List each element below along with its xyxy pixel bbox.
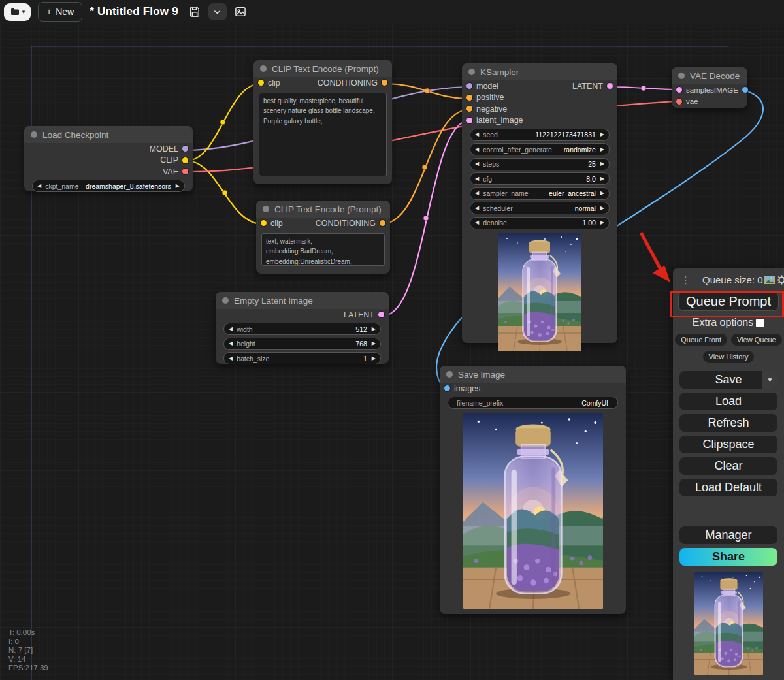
settings-gear-icon[interactable]: [777, 275, 784, 285]
view-history-button[interactable]: View History: [703, 351, 755, 363]
widget-control_after_generate[interactable]: ◀control_after_generaterandomize▶: [470, 143, 610, 155]
gallery-image-button[interactable]: [234, 5, 247, 18]
input-port-clip[interactable]: [258, 80, 264, 86]
widget-increment-arrow[interactable]: ▶: [600, 132, 604, 137]
clear-button[interactable]: Clear: [679, 457, 777, 475]
workflows-folder-button[interactable]: ▾: [4, 3, 31, 21]
widget-decrement-arrow[interactable]: ◀: [475, 147, 479, 152]
widget-width[interactable]: ◀width512▶: [223, 323, 381, 335]
node-header[interactable]: Load Checkpoint: [24, 126, 193, 143]
queue-front-button[interactable]: Queue Front: [675, 334, 727, 346]
widget-filename_prefix[interactable]: filename_prefixComfyUI: [448, 397, 618, 409]
extra-options-label: Extra options: [693, 317, 753, 329]
save-dropdown-arrow[interactable]: ▼: [762, 371, 777, 389]
ksampler-preview-image[interactable]: [498, 233, 581, 351]
input-port-model[interactable]: [466, 83, 472, 89]
input-port-samples[interactable]: [676, 87, 682, 93]
widget-seed[interactable]: ◀seed1122122173471831▶: [470, 129, 610, 141]
widget-decrement-arrow[interactable]: ◀: [229, 327, 233, 332]
node-ksampler[interactable]: KSampler model LATENT positive negative …: [462, 63, 617, 343]
output-port-clip[interactable]: [182, 157, 188, 163]
node-title: Empty Latent Image: [234, 296, 313, 306]
input-port-images[interactable]: [444, 385, 450, 391]
node-header[interactable]: Empty Latent Image: [216, 292, 389, 309]
widget-decrement-arrow[interactable]: ◀: [475, 191, 479, 196]
widget-ckpt_name[interactable]: ◀ckpt_namedreamshaper_8.safetensors▶: [32, 180, 185, 192]
widget-scheduler[interactable]: ◀schedulernormal▶: [470, 202, 610, 214]
save-image-output-image[interactable]: [463, 413, 603, 609]
input-port-vae[interactable]: [676, 99, 682, 105]
extra-options-checkbox[interactable]: [756, 319, 764, 327]
output-port-latent[interactable]: [378, 312, 384, 317]
widget-height[interactable]: ◀height768▶: [223, 338, 381, 350]
collapse-dot-icon[interactable]: [678, 73, 685, 79]
collapse-dot-icon[interactable]: [263, 206, 269, 212]
collapse-dot-icon[interactable]: [468, 69, 475, 75]
widget-decrement-arrow[interactable]: ◀: [475, 220, 479, 225]
widget-decrement-arrow[interactable]: ◀: [37, 184, 41, 189]
load-button[interactable]: Load: [679, 393, 777, 410]
collapse-dot-icon[interactable]: [222, 297, 229, 304]
save-workflow-button[interactable]: [188, 5, 201, 18]
node-header[interactable]: VAE Decode: [672, 67, 747, 84]
widget-increment-arrow[interactable]: ▶: [600, 220, 604, 225]
widget-batch_size[interactable]: ◀batch_size1▶: [223, 352, 381, 364]
node-clip-text-encode-negative[interactable]: CLIP Text Encode (Prompt) clip CONDITION…: [256, 201, 390, 274]
widget-steps[interactable]: ◀steps25▶: [470, 158, 610, 170]
widget-cfg[interactable]: ◀cfg8.0▶: [470, 172, 610, 185]
refresh-button[interactable]: Refresh: [679, 414, 777, 432]
menu-drag-handle-icon[interactable]: ⋮: [681, 275, 691, 285]
load-default-button[interactable]: Load Default: [679, 479, 777, 496]
widget-decrement-arrow[interactable]: ◀: [229, 341, 233, 346]
widget-increment-arrow[interactable]: ▶: [600, 161, 604, 167]
node-clip-text-encode-positive[interactable]: CLIP Text Encode (Prompt) clip CONDITION…: [253, 60, 392, 184]
output-port-conditioning[interactable]: [382, 80, 387, 86]
node-header[interactable]: CLIP Text Encode (Prompt): [256, 201, 390, 218]
widget-increment-arrow[interactable]: ▶: [600, 147, 604, 152]
widget-increment-arrow[interactable]: ▶: [372, 356, 376, 361]
widget-denoise[interactable]: ◀denoise1.00▶: [470, 217, 610, 229]
input-port-clip[interactable]: [261, 220, 267, 226]
node-load-checkpoint[interactable]: Load Checkpoint MODEL CLIP VAE ◀ckpt_nam…: [24, 126, 193, 191]
widget-increment-arrow[interactable]: ▶: [600, 206, 604, 211]
save-button[interactable]: Save ▼: [679, 371, 777, 389]
input-port-positive[interactable]: [466, 95, 472, 101]
prompt-text-area[interactable]: text, watermark, embedding:BadDream, emb…: [261, 233, 385, 266]
node-save-image[interactable]: Save Image images filename_prefixComfyUI: [440, 366, 626, 614]
widget-increment-arrow[interactable]: ▶: [372, 341, 376, 346]
node-header[interactable]: Save Image: [440, 366, 626, 383]
node-vae-decode[interactable]: VAE Decode samples IMAGE vae: [672, 67, 747, 108]
workflow-menu-chevron-button[interactable]: [208, 3, 227, 20]
collapse-dot-icon[interactable]: [31, 131, 37, 138]
node-empty-latent-image[interactable]: Empty Latent Image LATENT ◀width512▶◀hei…: [216, 292, 389, 364]
output-port-latent[interactable]: [607, 83, 613, 89]
output-port-vae[interactable]: [182, 169, 188, 174]
widget-sampler_name[interactable]: ◀sampler_nameeuler_ancestral▶: [470, 187, 610, 200]
clipspace-button[interactable]: Clipspace: [679, 436, 777, 453]
collapse-dot-icon[interactable]: [260, 65, 267, 72]
input-port-negative[interactable]: [466, 106, 472, 112]
widget-decrement-arrow[interactable]: ◀: [475, 176, 479, 182]
preview-thumbnail-icon[interactable]: [764, 276, 775, 284]
input-port-latent-image[interactable]: [466, 118, 472, 123]
collapse-dot-icon[interactable]: [446, 371, 453, 378]
widget-decrement-arrow[interactable]: ◀: [475, 206, 479, 211]
share-button[interactable]: Share: [679, 548, 777, 566]
output-port-conditioning[interactable]: [380, 220, 385, 226]
new-workflow-button[interactable]: + New: [38, 2, 82, 22]
gallery-preview-image[interactable]: [694, 572, 763, 675]
output-port-model[interactable]: [182, 146, 188, 152]
prompt-text-area[interactable]: best quality, masterpiece, beautiful sce…: [259, 93, 387, 176]
manager-button[interactable]: Manager: [679, 526, 777, 544]
output-port-image[interactable]: [742, 87, 748, 93]
view-queue-button[interactable]: View Queue: [731, 334, 782, 346]
node-header[interactable]: CLIP Text Encode (Prompt): [253, 60, 392, 77]
widget-increment-arrow[interactable]: ▶: [176, 184, 180, 189]
widget-decrement-arrow[interactable]: ◀: [475, 132, 479, 137]
widget-increment-arrow[interactable]: ▶: [600, 191, 604, 196]
widget-increment-arrow[interactable]: ▶: [600, 176, 604, 182]
node-header[interactable]: KSampler: [462, 63, 617, 80]
widget-decrement-arrow[interactable]: ◀: [475, 161, 479, 167]
widget-decrement-arrow[interactable]: ◀: [229, 356, 233, 361]
widget-increment-arrow[interactable]: ▶: [372, 327, 376, 332]
